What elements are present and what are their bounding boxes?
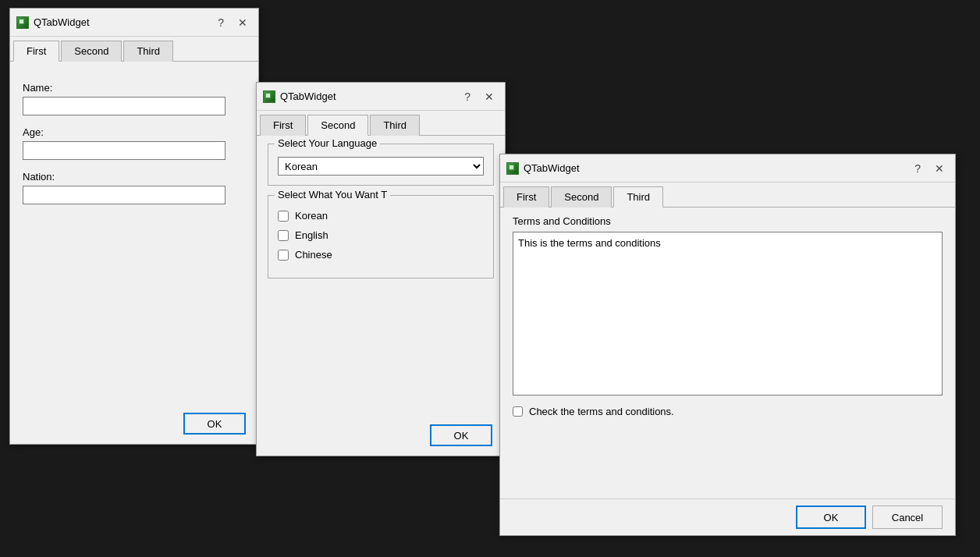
name-label: Name:: [23, 82, 246, 94]
app-icon-2: [263, 90, 275, 103]
window2: QTabWidget ? ✕ First Second Third Select…: [256, 82, 506, 456]
checkbox-english-row: English: [278, 229, 484, 241]
name-input[interactable]: [23, 97, 225, 115]
window2-help-btn[interactable]: ?: [460, 90, 475, 104]
app-icon-1: [16, 16, 29, 29]
window3-help-btn[interactable]: ?: [910, 161, 925, 176]
window3-title: QTabWidget: [524, 162, 905, 174]
window1-help-btn[interactable]: ?: [213, 16, 229, 30]
age-input[interactable]: [23, 141, 225, 160]
window3-content: Terms and Conditions Check the terms and…: [500, 208, 955, 438]
window2-tab-first[interactable]: First: [260, 115, 306, 136]
window1-content: Name: Age: Nation:: [10, 62, 258, 214]
window2-tabs: First Second Third: [257, 111, 505, 136]
terms-check-label: Check the terms and conditions.: [529, 406, 674, 417]
window1-tab-second[interactable]: Second: [61, 41, 122, 62]
checkbox-korean-row: Korean: [278, 210, 484, 222]
want-group: Select What You Want T Korean English Ch…: [268, 195, 494, 278]
window1-tab-third[interactable]: Third: [123, 41, 173, 62]
window2-titlebar: QTabWidget ? ✕: [257, 83, 505, 111]
window1-close-btn[interactable]: ✕: [233, 16, 252, 30]
age-label: Age:: [23, 126, 246, 138]
checkbox-korean-label: Korean: [295, 210, 328, 222]
language-group-title: Select Your Language: [275, 137, 380, 149]
language-group: Select Your Language Korean English Chin…: [268, 144, 494, 186]
checkbox-english[interactable]: [278, 230, 289, 241]
nation-label: Nation:: [23, 171, 246, 183]
window1-tabs: First Second Third: [10, 37, 258, 62]
window2-content: Select Your Language Korean English Chin…: [257, 136, 505, 296]
window3-close-btn[interactable]: ✕: [930, 161, 949, 176]
window3: QTabWidget ? ✕ First Second Third Terms …: [499, 154, 956, 536]
checkbox-chinese[interactable]: [278, 250, 289, 261]
checkbox-korean[interactable]: [278, 211, 289, 222]
window2-close-btn[interactable]: ✕: [480, 90, 499, 104]
nation-input[interactable]: [23, 186, 225, 204]
window1-title: QTabWidget: [34, 16, 208, 28]
checkbox-chinese-row: Chinese: [278, 249, 484, 261]
window3-buttons: OK Cancel: [500, 498, 955, 535]
window1: QTabWidget ? ✕ First Second Third Name: …: [9, 8, 259, 445]
terms-check-row: Check the terms and conditions.: [513, 406, 943, 417]
terms-textarea[interactable]: [513, 232, 943, 396]
language-select[interactable]: Korean English Chinese: [278, 157, 484, 176]
terms-checkbox[interactable]: [513, 406, 523, 417]
window2-tab-third[interactable]: Third: [370, 115, 420, 136]
window1-titlebar: QTabWidget ? ✕: [10, 9, 258, 37]
checkbox-english-label: English: [295, 229, 328, 241]
want-group-title: Select What You Want T: [275, 189, 390, 200]
window2-title: QTabWidget: [280, 90, 455, 102]
window3-tab-second[interactable]: Second: [551, 186, 612, 208]
window1-tab-first[interactable]: First: [13, 41, 59, 62]
window3-tab-third[interactable]: Third: [613, 186, 663, 208]
checkbox-chinese-label: Chinese: [295, 249, 332, 261]
terms-label: Terms and Conditions: [513, 215, 943, 227]
window3-ok-button[interactable]: OK: [796, 506, 866, 529]
window2-tab-second[interactable]: Second: [307, 115, 368, 136]
window1-ok-button[interactable]: OK: [183, 413, 246, 435]
window2-ok-button[interactable]: OK: [430, 424, 492, 446]
window3-tab-first[interactable]: First: [503, 186, 549, 208]
app-icon-3: [506, 162, 519, 175]
window3-titlebar: QTabWidget ? ✕: [500, 154, 955, 183]
window3-tabs: First Second Third: [500, 183, 955, 208]
window3-cancel-button[interactable]: Cancel: [872, 506, 943, 529]
